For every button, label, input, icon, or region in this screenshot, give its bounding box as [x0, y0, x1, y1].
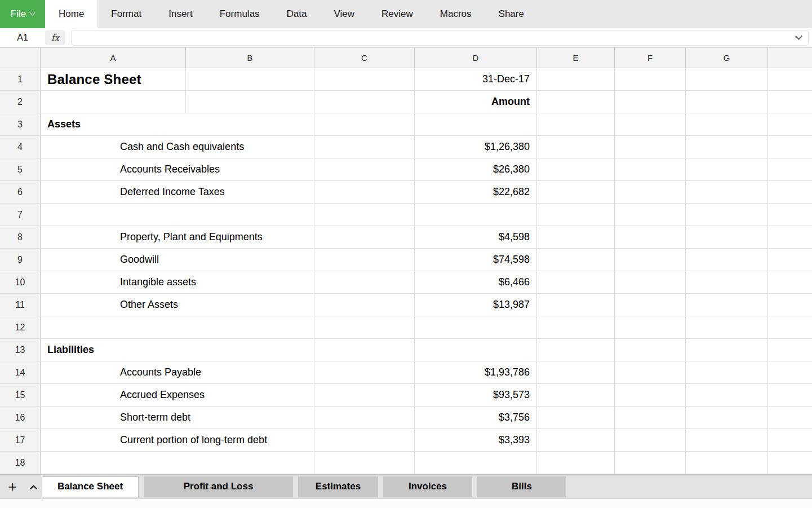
row-header-16[interactable]: 16 [0, 407, 41, 429]
column-header-f[interactable]: F [615, 48, 686, 68]
cell-h16[interactable] [768, 407, 812, 429]
cell-a4[interactable]: Cash and Cash equivalents [41, 136, 314, 158]
cell-a5[interactable]: Accounts Receivables [41, 158, 314, 181]
cell-a10[interactable]: Intangible assets [41, 271, 314, 294]
row-header-8[interactable]: 8 [0, 226, 41, 249]
row-header-7[interactable]: 7 [0, 204, 41, 226]
cell-c2[interactable] [314, 91, 415, 113]
sheet-tab-balance-sheet[interactable]: Balance Sheet [42, 476, 139, 497]
cell-g13[interactable] [686, 339, 768, 361]
cell-f10[interactable] [615, 271, 686, 294]
sheet-tab-estimates[interactable]: Estimates [298, 476, 378, 497]
row-header-18[interactable]: 18 [0, 452, 41, 474]
cell-c7[interactable] [314, 204, 415, 226]
cell-f11[interactable] [615, 294, 686, 316]
cell-b1[interactable] [186, 68, 314, 91]
cell-e13[interactable] [537, 339, 615, 361]
cell-a16[interactable]: Short-term debt [41, 407, 314, 429]
cell-f13[interactable] [615, 339, 686, 361]
cell-g14[interactable] [686, 361, 768, 384]
column-header-d[interactable]: D [415, 48, 537, 68]
formula-bar-expand-icon[interactable] [795, 33, 802, 40]
fx-icon[interactable]: fx [45, 30, 65, 45]
cell-d4[interactable]: $1,26,380 [415, 136, 537, 158]
row-header-15[interactable]: 15 [0, 384, 41, 407]
cell-d12[interactable] [415, 316, 537, 339]
cell-h1[interactable] [768, 68, 812, 91]
cell-e16[interactable] [537, 407, 615, 429]
column-header-a[interactable]: A [41, 48, 186, 68]
cell-g17[interactable] [686, 429, 768, 452]
menu-macros[interactable]: Macros [427, 0, 485, 28]
cell-g9[interactable] [686, 249, 768, 271]
cell-d16[interactable]: $3,756 [415, 407, 537, 429]
cell-h5[interactable] [768, 158, 812, 181]
row-header-12[interactable]: 12 [0, 316, 41, 339]
row-header-11[interactable]: 11 [0, 294, 41, 316]
cell-d9[interactable]: $74,598 [415, 249, 537, 271]
row-header-3[interactable]: 3 [0, 113, 41, 136]
cell-g18[interactable] [686, 452, 768, 474]
cell-e1[interactable] [537, 68, 615, 91]
cell-d11[interactable]: $13,987 [415, 294, 537, 316]
row-header-14[interactable]: 14 [0, 361, 41, 384]
cell-g11[interactable] [686, 294, 768, 316]
cell-a18[interactable] [41, 452, 314, 474]
cell-c5[interactable] [314, 158, 415, 181]
cell-e18[interactable] [537, 452, 615, 474]
sheet-list-button[interactable] [25, 483, 42, 491]
cell-b2[interactable] [186, 91, 314, 113]
cell-h15[interactable] [768, 384, 812, 407]
cell-f12[interactable] [615, 316, 686, 339]
menu-share[interactable]: Share [485, 0, 538, 28]
cell-d17[interactable]: $3,393 [415, 429, 537, 452]
row-header-2[interactable]: 2 [0, 91, 41, 113]
cell-d10[interactable]: $6,466 [415, 271, 537, 294]
row-header-17[interactable]: 17 [0, 429, 41, 452]
cell-h2[interactable] [768, 91, 812, 113]
cell-e2[interactable] [537, 91, 615, 113]
sheet-tab-bills[interactable]: Bills [477, 476, 566, 497]
cell-a12[interactable] [41, 316, 314, 339]
cell-d7[interactable] [415, 204, 537, 226]
cell-c15[interactable] [314, 384, 415, 407]
menu-format[interactable]: Format [97, 0, 155, 28]
cell-f7[interactable] [615, 204, 686, 226]
row-header-10[interactable]: 10 [0, 271, 41, 294]
column-header-g[interactable]: G [686, 48, 768, 68]
cell-h17[interactable] [768, 429, 812, 452]
cell-g15[interactable] [686, 384, 768, 407]
cell-c18[interactable] [314, 452, 415, 474]
cell-h18[interactable] [768, 452, 812, 474]
cell-f18[interactable] [615, 452, 686, 474]
cell-f8[interactable] [615, 226, 686, 249]
cell-a11[interactable]: Other Assets [41, 294, 314, 316]
cell-g4[interactable] [686, 136, 768, 158]
cell-h12[interactable] [768, 316, 812, 339]
cell-g2[interactable] [686, 91, 768, 113]
cell-c4[interactable] [314, 136, 415, 158]
cell-h4[interactable] [768, 136, 812, 158]
cell-c11[interactable] [314, 294, 415, 316]
cell-d18[interactable] [415, 452, 537, 474]
cell-a14[interactable]: Accounts Payable [41, 361, 314, 384]
cell-e15[interactable] [537, 384, 615, 407]
cell-d3[interactable] [415, 113, 537, 136]
cell-c12[interactable] [314, 316, 415, 339]
cell-f9[interactable] [615, 249, 686, 271]
menu-insert[interactable]: Insert [155, 0, 206, 28]
cell-reference-box[interactable]: A1 [0, 33, 45, 43]
cell-g8[interactable] [686, 226, 768, 249]
row-header-13[interactable]: 13 [0, 339, 41, 361]
cell-h3[interactable] [768, 113, 812, 136]
cell-f15[interactable] [615, 384, 686, 407]
cell-d15[interactable]: $93,573 [415, 384, 537, 407]
cell-f1[interactable] [615, 68, 686, 91]
cell-e17[interactable] [537, 429, 615, 452]
add-sheet-button[interactable]: + [0, 478, 25, 496]
cell-d5[interactable]: $26,380 [415, 158, 537, 181]
menu-formulas[interactable]: Formulas [206, 0, 273, 28]
menu-home[interactable]: Home [45, 0, 97, 28]
cell-a6[interactable]: Deferred Income Taxes [41, 181, 314, 204]
cell-d1[interactable]: 31-Dec-17 [415, 68, 537, 91]
